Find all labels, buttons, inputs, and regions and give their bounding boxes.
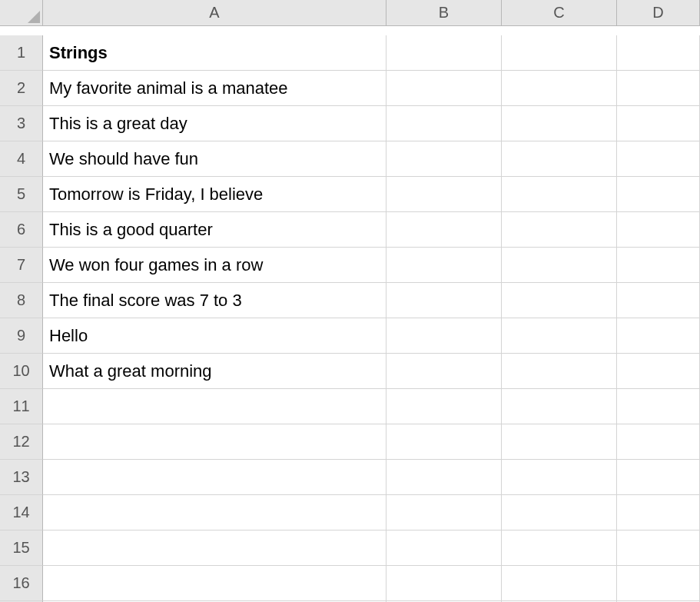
row-header-8[interactable]: 8 — [0, 283, 43, 318]
cell-B10[interactable] — [386, 354, 502, 389]
cell-C13[interactable] — [502, 460, 617, 495]
cell-A8[interactable]: The final score was 7 to 3 — [43, 283, 386, 318]
row-header-6[interactable]: 6 — [0, 212, 43, 248]
cell-D11[interactable] — [617, 389, 700, 424]
cell-C1[interactable] — [502, 35, 617, 71]
cell-C8[interactable] — [502, 283, 617, 318]
cell-D6[interactable] — [617, 212, 700, 248]
cell-C7[interactable] — [502, 248, 617, 283]
cell-D12[interactable] — [617, 424, 700, 460]
row-header-7[interactable]: 7 — [0, 248, 43, 283]
cell-D10[interactable] — [617, 354, 700, 389]
cell-D2[interactable] — [617, 71, 700, 106]
row-header-11[interactable]: 11 — [0, 389, 43, 424]
cell-A16[interactable] — [43, 566, 386, 601]
cell-C2[interactable] — [502, 71, 617, 106]
cell-B4[interactable] — [386, 141, 502, 177]
cell-A12[interactable] — [43, 424, 386, 460]
select-all-corner[interactable] — [0, 0, 43, 26]
cell-A14[interactable] — [43, 495, 386, 530]
row-header-12[interactable]: 12 — [0, 424, 43, 460]
cell-B16[interactable] — [386, 566, 502, 601]
cell-A6[interactable]: This is a good quarter — [43, 212, 386, 248]
cell-A11[interactable] — [43, 389, 386, 424]
row-header-3[interactable]: 3 — [0, 106, 43, 141]
spreadsheet-grid: A B C D 1 Strings 2 My favorite animal i… — [0, 0, 700, 602]
cell-C6[interactable] — [502, 212, 617, 248]
cell-B13[interactable] — [386, 460, 502, 495]
row-header-14[interactable]: 14 — [0, 495, 43, 530]
cell-B3[interactable] — [386, 106, 502, 141]
cell-D1[interactable] — [617, 35, 700, 71]
select-all-triangle-icon — [28, 11, 40, 23]
cell-B8[interactable] — [386, 283, 502, 318]
cell-A10[interactable]: What a great morning — [43, 354, 386, 389]
cell-A13[interactable] — [43, 460, 386, 495]
cell-B5[interactable] — [386, 177, 502, 212]
cell-D14[interactable] — [617, 495, 700, 530]
cell-B15[interactable] — [386, 530, 502, 566]
cell-D15[interactable] — [617, 530, 700, 566]
cell-C5[interactable] — [502, 177, 617, 212]
cell-A5[interactable]: Tomorrow is Friday, I believe — [43, 177, 386, 212]
cell-C12[interactable] — [502, 424, 617, 460]
cell-C14[interactable] — [502, 495, 617, 530]
cell-D4[interactable] — [617, 141, 700, 177]
cell-B14[interactable] — [386, 495, 502, 530]
cell-B12[interactable] — [386, 424, 502, 460]
cell-B2[interactable] — [386, 71, 502, 106]
row-header-15[interactable]: 15 — [0, 530, 43, 566]
row-header-16[interactable]: 16 — [0, 566, 43, 601]
cell-D8[interactable] — [617, 283, 700, 318]
row-header-10[interactable]: 10 — [0, 354, 43, 389]
cell-B9[interactable] — [386, 318, 502, 354]
cell-A9[interactable]: Hello — [43, 318, 386, 354]
cell-C9[interactable] — [502, 318, 617, 354]
cell-C10[interactable] — [502, 354, 617, 389]
row-header-5[interactable]: 5 — [0, 177, 43, 212]
row-header-13[interactable]: 13 — [0, 460, 43, 495]
cell-C16[interactable] — [502, 566, 617, 601]
cell-C3[interactable] — [502, 106, 617, 141]
cell-D7[interactable] — [617, 248, 700, 283]
column-header-D[interactable]: D — [617, 0, 700, 26]
row-header-9[interactable]: 9 — [0, 318, 43, 354]
row-header-1[interactable]: 1 — [0, 35, 43, 71]
column-header-A[interactable]: A — [43, 0, 386, 26]
cell-B1[interactable] — [386, 35, 502, 71]
cell-A15[interactable] — [43, 530, 386, 566]
cell-A7[interactable]: We won four games in a row — [43, 248, 386, 283]
cell-A1[interactable]: Strings — [43, 35, 386, 71]
cell-B11[interactable] — [386, 389, 502, 424]
cell-A2[interactable]: My favorite animal is a manatee — [43, 71, 386, 106]
row-header-4[interactable]: 4 — [0, 141, 43, 177]
cell-D13[interactable] — [617, 460, 700, 495]
cell-D16[interactable] — [617, 566, 700, 601]
cell-A3[interactable]: This is a great day — [43, 106, 386, 141]
column-header-B[interactable]: B — [386, 0, 502, 26]
cell-C15[interactable] — [502, 530, 617, 566]
row-header-2[interactable]: 2 — [0, 71, 43, 106]
column-header-C[interactable]: C — [502, 0, 617, 26]
cell-D3[interactable] — [617, 106, 700, 141]
cell-D9[interactable] — [617, 318, 700, 354]
cell-A4[interactable]: We should have fun — [43, 141, 386, 177]
cell-D5[interactable] — [617, 177, 700, 212]
cell-C4[interactable] — [502, 141, 617, 177]
cell-B7[interactable] — [386, 248, 502, 283]
cell-C11[interactable] — [502, 389, 617, 424]
cell-B6[interactable] — [386, 212, 502, 248]
